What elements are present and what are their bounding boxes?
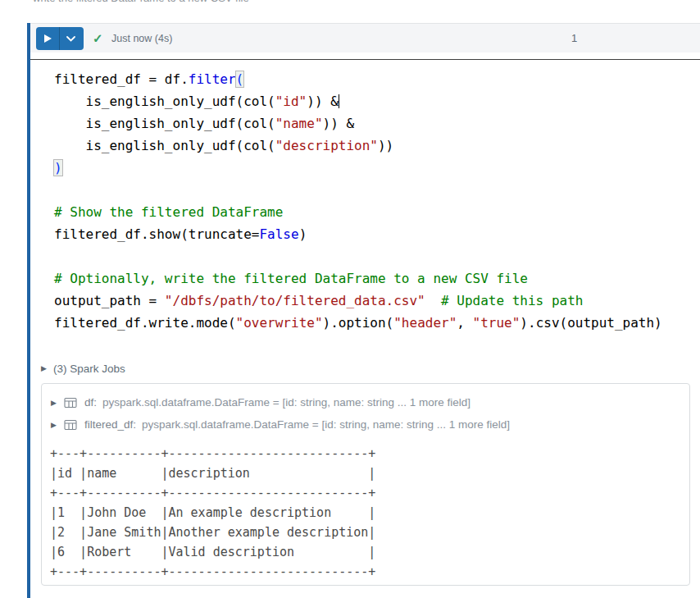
code-token: filter [189,71,236,87]
dataframe-name: filtered_df: [84,418,136,431]
code-token: is_english_only_udf(col( [54,116,275,131]
dataframe-result-row[interactable]: ▶df:pyspark.sql.dataframe.DataFrame = [i… [48,391,681,413]
code-token: # Show the filtered DataFrame [54,204,283,220]
code-token: False [259,226,298,242]
spark-jobs-label: (3) Spark Jobs [53,363,125,375]
dataframe-type: pyspark.sql.dataframe.DataFrame = [id: s… [102,396,470,409]
code-line[interactable]: is_english_only_udf(col("id")) & [54,90,700,112]
dataframe-result-row[interactable]: ▶filtered_df:pyspark.sql.dataframe.DataF… [48,413,681,436]
code-line[interactable] [54,179,700,201]
code-line[interactable]: filtered_df = df.filter( [54,68,700,90]
ascii-table-line: +---+----------+------------------------… [50,562,681,582]
code-token: ) [54,160,62,176]
code-token: "overwrite" [236,315,323,331]
code-token: )) & [307,94,339,109]
code-lines: filtered_df = df.filter( is_english_only… [54,68,700,334]
code-token: , [457,315,472,331]
code-token: ) [299,226,307,242]
ascii-table-line: |id |name |description | [50,463,681,483]
run-status-text: Just now (4s) [111,33,172,44]
clipped-previous-line: write the filtered DataFrame to a new CS… [33,0,607,7]
code-line[interactable]: # Optionally, write the filtered DataFra… [54,267,700,290]
run-button[interactable] [36,27,84,50]
code-token: "id" [275,94,307,109]
code-line[interactable]: filtered_df.write.mode("overwrite").opti… [54,312,700,334]
code-token: is_english_only_udf(col( [54,138,275,153]
ascii-table-line: |1 |John Doe |An example description | [50,503,681,523]
ascii-table-output: +---+----------+------------------------… [50,444,681,582]
table-icon [64,419,77,431]
code-token: is_english_only_udf(col( [54,94,275,109]
table-icon [64,397,77,409]
dataframe-name: df: [84,396,97,409]
cell-toolbar: ✓ Just now (4s) 1 [30,23,700,52]
code-token: filtered_df.show(truncate= [54,226,259,242]
code-token: "header" [393,315,457,331]
code-line[interactable]: # Show the filtered DataFrame [54,201,700,223]
code-token: ( [236,71,244,87]
text-cursor [339,94,339,108]
code-token: )) [378,138,393,153]
code-token [425,293,441,308]
dataframe-rows: ▶df:pyspark.sql.dataframe.DataFrame = [i… [48,391,681,436]
code-token: filtered_df.write.mode( [54,315,236,331]
expand-triangle-icon[interactable]: ▶ [41,364,47,372]
clipped-text: write the filtered DataFrame to a new CS… [33,0,607,5]
code-token: filtered_df = df. [54,71,189,87]
cell-number: 1 [571,32,577,44]
dataframe-type: pyspark.sql.dataframe.DataFrame = [id: s… [142,418,510,431]
chevron-down-icon[interactable] [60,36,81,42]
code-token: )) & [323,116,355,131]
play-icon[interactable] [44,34,52,43]
code-editor[interactable]: filtered_df = df.filter( is_english_only… [30,59,700,334]
ascii-table-line: |6 |Robert |Valid description | [50,542,681,562]
code-line[interactable]: filtered_df.show(truncate=False) [54,223,700,245]
success-check-icon: ✓ [93,31,103,46]
code-line[interactable]: is_english_only_udf(col("name")) & [54,112,700,135]
code-token: # Update this path [441,293,583,308]
expand-triangle-icon[interactable]: ▶ [51,421,57,429]
results-panel: ▶df:pyspark.sql.dataframe.DataFrame = [i… [41,383,690,586]
code-token: output_path = [54,293,165,308]
code-token: # Optionally, write the filtered DataFra… [54,271,528,286]
code-token: "/dbfs/path/to/filtered_data.csv" [165,293,425,308]
code-line[interactable]: is_english_only_udf(col("description")) [54,135,700,157]
spark-jobs-toggle[interactable]: ▶ (3) Spark Jobs [41,359,125,377]
code-token: ).option( [323,315,394,331]
code-token: ).csv(output_path) [520,315,661,331]
code-token: "true" [473,315,520,331]
code-line[interactable]: ) [54,157,700,179]
code-line[interactable]: output_path = "/dbfs/path/to/filtered_da… [54,290,700,312]
ascii-table-line: +---+----------+------------------------… [50,444,681,463]
ascii-table-line: +---+----------+------------------------… [50,483,681,503]
ascii-table-line: |2 |Jane Smith|Another example descripti… [50,523,681,542]
code-line[interactable] [54,245,700,267]
code-token: "name" [275,116,323,131]
expand-triangle-icon[interactable]: ▶ [51,399,57,407]
code-token: "description" [275,138,378,153]
